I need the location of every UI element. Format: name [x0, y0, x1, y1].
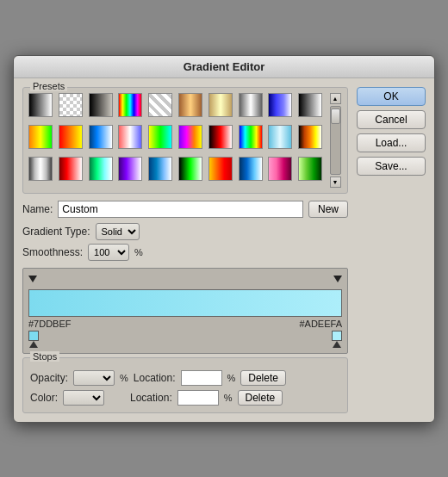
- delete-opacity-button[interactable]: Delete: [240, 370, 286, 386]
- opacity-stop-right[interactable]: [333, 276, 342, 288]
- preset-swatch[interactable]: [28, 157, 53, 181]
- delete-color-button[interactable]: Delete: [238, 390, 283, 406]
- scrollbar[interactable]: ▲ ▼: [328, 93, 342, 188]
- opacity-value-select[interactable]: [73, 370, 115, 386]
- preset-swatch[interactable]: [208, 93, 233, 117]
- presets-group: Presets: [22, 87, 348, 194]
- preset-swatch[interactable]: [298, 93, 322, 117]
- color-stop-left-swatch: [28, 331, 39, 341]
- opacity-location-label: Location:: [134, 372, 176, 384]
- preset-swatch[interactable]: [89, 157, 113, 181]
- gradient-type-label: Gradient Type:: [22, 226, 90, 238]
- preset-swatch[interactable]: [118, 157, 142, 181]
- dialog-title: Gradient Editor: [14, 56, 434, 78]
- preset-swatch[interactable]: [178, 93, 202, 117]
- preset-swatch[interactable]: [59, 93, 83, 117]
- smoothness-select[interactable]: 100: [88, 244, 129, 261]
- presets-grid: [28, 93, 327, 188]
- new-button[interactable]: New: [308, 201, 348, 218]
- scroll-down-arrow[interactable]: ▼: [330, 177, 341, 188]
- color-stops: [28, 331, 342, 348]
- scrollbar-track[interactable]: [330, 106, 341, 175]
- preset-swatch[interactable]: [268, 157, 292, 181]
- cancel-button[interactable]: Cancel: [357, 110, 426, 129]
- preset-swatch[interactable]: [298, 157, 322, 181]
- opacity-location-pct: %: [227, 373, 236, 383]
- preset-swatch[interactable]: [208, 157, 233, 181]
- preset-swatch[interactable]: [178, 125, 202, 149]
- opacity-stop-left[interactable]: [28, 276, 37, 288]
- color-stop-right-arrow: [333, 341, 341, 348]
- name-label: Name:: [22, 203, 53, 215]
- preset-swatch[interactable]: [89, 93, 113, 117]
- preset-swatch[interactable]: [28, 93, 53, 117]
- name-row: Name: New: [22, 201, 348, 218]
- name-input[interactable]: [58, 201, 303, 218]
- preset-swatch[interactable]: [118, 93, 142, 117]
- preset-swatch[interactable]: [298, 125, 322, 149]
- gradient-color-labels: #7DDBEF #ADEEFA: [28, 319, 342, 329]
- opacity-location-input[interactable]: [181, 370, 222, 386]
- opacity-stop-row: Opacity: % Location: % Delete: [30, 370, 340, 386]
- color-value-select[interactable]: [63, 390, 104, 406]
- preset-swatch[interactable]: [148, 157, 172, 181]
- gradient-type-row: Gradient Type: Solid: [22, 223, 348, 240]
- scrollbar-thumb[interactable]: [331, 108, 340, 124]
- color-right-label: #ADEEFA: [299, 319, 342, 329]
- preset-swatch[interactable]: [268, 125, 292, 149]
- smoothness-label: Smoothness:: [22, 246, 83, 258]
- gradient-type-select[interactable]: Solid: [96, 223, 140, 240]
- preset-swatch[interactable]: [178, 157, 202, 181]
- color-stop-right-swatch: [332, 331, 342, 341]
- preset-swatch[interactable]: [268, 93, 292, 117]
- color-stop-label: Color:: [30, 392, 58, 404]
- preset-swatch[interactable]: [118, 125, 142, 149]
- gradient-bar[interactable]: [28, 289, 342, 317]
- presets-legend: Presets: [30, 81, 67, 91]
- preset-swatch[interactable]: [148, 125, 172, 149]
- color-location-input[interactable]: [177, 390, 219, 406]
- color-stop-left[interactable]: [28, 331, 39, 348]
- color-stop-right[interactable]: [332, 331, 342, 348]
- opacity-pct: %: [120, 373, 128, 383]
- preset-swatch[interactable]: [59, 125, 83, 149]
- color-location-label: Location:: [130, 392, 172, 404]
- ok-button[interactable]: OK: [357, 87, 426, 106]
- right-panel: OK Cancel Load... Save...: [357, 87, 426, 413]
- presets-area: ▲ ▼: [28, 93, 342, 188]
- preset-swatch[interactable]: [148, 93, 172, 117]
- load-button[interactable]: Load...: [357, 133, 426, 152]
- gradient-bar-container: #7DDBEF #ADEEFA: [22, 268, 348, 354]
- preset-swatch[interactable]: [28, 125, 53, 149]
- scroll-up-arrow[interactable]: ▲: [330, 93, 341, 104]
- preset-swatch[interactable]: [239, 157, 263, 181]
- save-button[interactable]: Save...: [357, 157, 426, 176]
- color-stop-row: Color: Location: % Delete: [30, 390, 340, 406]
- smoothness-pct: %: [134, 247, 143, 257]
- smoothness-row: Smoothness: 100 %: [22, 244, 348, 261]
- color-stop-left-arrow: [29, 341, 38, 348]
- stops-group: Stops Opacity: % Location: % Delete Colo…: [22, 357, 348, 413]
- opacity-stops: [28, 274, 342, 288]
- preset-swatch[interactable]: [239, 93, 263, 117]
- left-panel: Presets: [22, 87, 348, 413]
- preset-swatch[interactable]: [239, 125, 263, 149]
- preset-swatch[interactable]: [89, 125, 113, 149]
- color-left-label: #7DDBEF: [28, 319, 72, 329]
- stops-legend: Stops: [30, 351, 59, 362]
- gradient-editor-dialog: Gradient Editor Presets: [13, 55, 435, 423]
- preset-swatch[interactable]: [208, 125, 233, 149]
- opacity-stop-label: Opacity:: [30, 372, 68, 384]
- preset-swatch[interactable]: [59, 157, 83, 181]
- color-location-pct: %: [224, 393, 233, 403]
